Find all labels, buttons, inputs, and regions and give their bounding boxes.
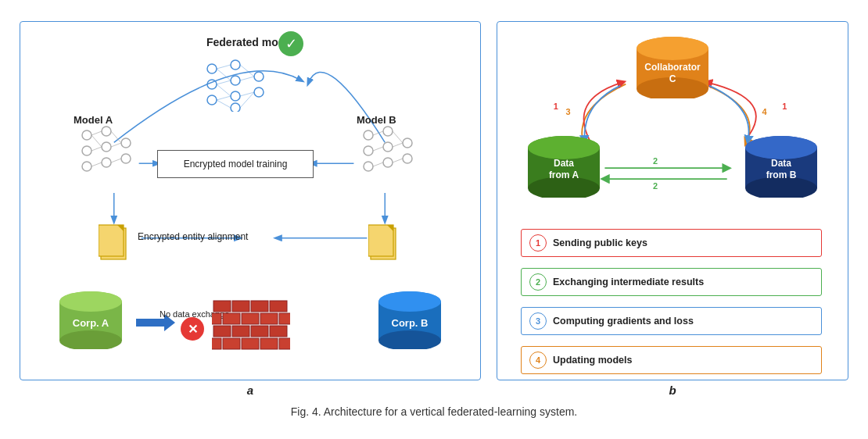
legend-num-4: 4: [529, 352, 547, 369]
panel-b: 3 4 1 1 2: [497, 21, 848, 380]
svg-text:from A: from A: [549, 170, 579, 180]
x-icon: ✕: [181, 317, 204, 341]
svg-text:Data: Data: [771, 158, 791, 169]
svg-point-40: [364, 130, 373, 140]
svg-text:4: 4: [762, 107, 767, 116]
svg-point-46: [403, 138, 412, 148]
svg-point-12: [231, 103, 240, 112]
svg-point-42: [364, 162, 373, 171]
svg-text:from B: from B: [766, 170, 797, 180]
svg-line-18: [217, 84, 231, 96]
svg-point-63: [59, 291, 122, 312]
data-from-a: Data from A: [525, 135, 603, 201]
data-from-b: Data from B: [742, 135, 820, 201]
svg-rect-78: [270, 326, 287, 337]
svg-line-48: [373, 131, 383, 135]
svg-point-10: [231, 76, 240, 85]
svg-line-24: [240, 92, 254, 108]
svg-line-20: [217, 100, 231, 108]
legend-sending-public-keys: 1 Sending public keys: [521, 229, 822, 257]
main-container: Federated model ✓: [20, 21, 848, 418]
legend-num-1: 1: [529, 234, 547, 252]
svg-line-22: [240, 77, 254, 80]
svg-rect-75: [213, 326, 231, 337]
svg-point-29: [102, 142, 111, 152]
svg-rect-69: [270, 301, 287, 312]
svg-point-14: [254, 87, 264, 97]
svg-point-28: [102, 127, 111, 136]
legend-text-2: Exchanging intermediate results: [553, 277, 704, 287]
svg-line-35: [91, 147, 102, 151]
federated-nn: [204, 57, 267, 112]
svg-text:2: 2: [653, 156, 658, 166]
diagrams-row: Federated model ✓: [20, 21, 848, 380]
svg-text:1: 1: [782, 102, 787, 111]
legend-text-4: Updating models: [553, 355, 632, 366]
legend-num-2: 2: [529, 273, 547, 291]
svg-line-38: [111, 143, 121, 147]
corp-a: Corp. A: [56, 291, 126, 352]
model-a-nn: [79, 123, 134, 178]
legend-updating-models: 4 Updating models: [521, 346, 822, 374]
svg-point-27: [82, 162, 91, 171]
svg-line-17: [217, 80, 231, 84]
panel-a-label: a: [247, 384, 253, 397]
svg-line-34: [91, 135, 102, 147]
svg-line-15: [217, 65, 231, 69]
svg-point-44: [383, 142, 393, 152]
legend-num-3: 3: [529, 312, 547, 330]
svg-rect-80: [223, 338, 240, 349]
svg-point-45: [383, 158, 393, 167]
svg-line-53: [393, 159, 403, 162]
svg-text:Collaborator: Collaborator: [644, 62, 701, 73]
svg-point-98: [637, 37, 708, 60]
svg-point-9: [231, 60, 240, 70]
svg-point-7: [207, 80, 217, 89]
svg-line-50: [373, 162, 383, 166]
svg-point-87: [378, 291, 441, 312]
model-b-nn: [360, 123, 415, 178]
svg-text:Corp. B: Corp. B: [392, 317, 429, 329]
svg-rect-67: [232, 301, 249, 312]
svg-text:C: C: [669, 73, 676, 84]
svg-rect-70: [212, 313, 221, 324]
svg-line-49: [373, 147, 383, 151]
svg-rect-81: [242, 338, 259, 349]
svg-point-8: [207, 95, 217, 105]
enc-entity-label: Encrypted entity alignment: [138, 231, 248, 242]
svg-text:Data: Data: [554, 158, 574, 169]
legend-text-1: Sending public keys: [553, 237, 647, 248]
collaborator-c: Collaborator C: [633, 36, 712, 102]
svg-line-39: [111, 159, 121, 162]
doc-icon-left: [99, 222, 134, 261]
svg-point-41: [364, 146, 373, 155]
svg-point-47: [403, 154, 412, 163]
svg-point-13: [254, 72, 264, 81]
svg-rect-58: [368, 225, 393, 256]
svg-rect-71: [223, 313, 240, 324]
svg-line-21: [240, 65, 254, 77]
svg-rect-68: [251, 301, 268, 312]
panel-b-label: b: [669, 384, 676, 397]
panel-a: Federated model ✓: [20, 21, 481, 380]
svg-line-33: [91, 131, 102, 135]
svg-rect-73: [260, 313, 278, 324]
doc-icon-right: [368, 222, 404, 261]
svg-rect-83: [279, 338, 290, 349]
svg-line-51: [393, 131, 403, 143]
svg-point-32: [121, 154, 131, 163]
svg-text:Corp. A: Corp. A: [73, 317, 109, 329]
svg-point-25: [82, 130, 91, 140]
svg-rect-82: [260, 338, 278, 349]
svg-rect-74: [279, 313, 290, 324]
legend-text-3: Computing gradients and loss: [553, 316, 694, 327]
svg-point-110: [745, 136, 817, 159]
svg-point-43: [383, 127, 393, 136]
svg-point-26: [82, 146, 91, 155]
svg-line-19: [217, 96, 231, 100]
svg-rect-66: [213, 301, 231, 312]
corp-b: Corp. B: [375, 291, 445, 352]
svg-text:3: 3: [566, 107, 571, 116]
svg-point-104: [528, 136, 600, 159]
svg-rect-72: [242, 313, 259, 324]
